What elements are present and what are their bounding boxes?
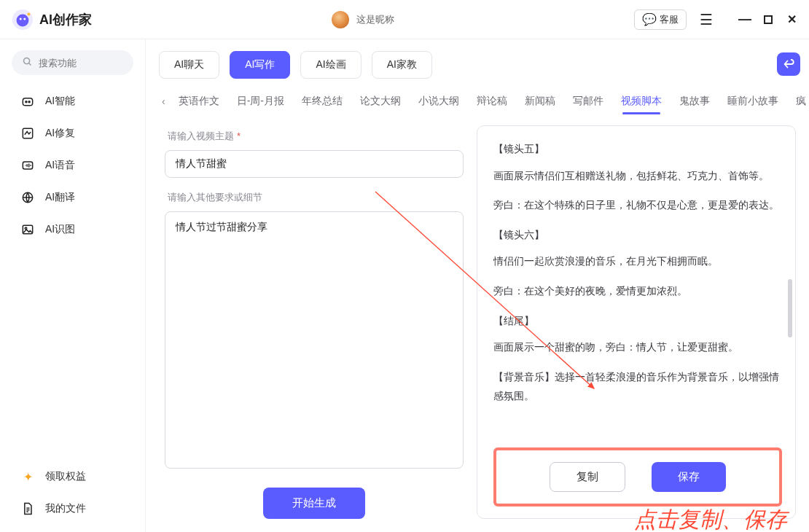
svg-rect-10 <box>23 128 32 138</box>
subcat-reports[interactable]: 日-周-月报 <box>228 89 293 114</box>
translate-icon <box>20 190 35 205</box>
repair-icon <box>20 126 35 141</box>
nickname-label: 这是昵称 <box>356 13 394 26</box>
sidebar-item-ai-voice[interactable]: AI语音 <box>7 149 138 181</box>
sidebar-item-ai-repair[interactable]: AI修复 <box>7 117 138 149</box>
close-button[interactable] <box>786 14 797 26</box>
avatar[interactable] <box>332 11 349 28</box>
subcat-year-summary[interactable]: 年终总结 <box>293 89 351 114</box>
annotation-label: 点击复制、保存 <box>634 505 787 532</box>
maximize-button[interactable] <box>764 15 773 24</box>
logo-icon <box>12 9 34 31</box>
svg-point-3 <box>23 17 26 20</box>
back-button[interactable] <box>777 52 800 76</box>
chevron-left-icon[interactable]: ‹ <box>157 95 170 107</box>
menu-icon[interactable]: ☰ <box>695 11 717 28</box>
main: AI聊天 AI写作 AI绘画 AI家教 ‹ 英语作文 日-周-月报 年终总结 论… <box>146 39 809 532</box>
support-label: 客服 <box>660 13 679 26</box>
svg-line-6 <box>29 63 31 66</box>
generate-button[interactable]: 开始生成 <box>263 488 365 519</box>
sidebar: AI智能 AI修复 AI语音 AI翻译 AI识图 <box>0 39 146 532</box>
save-button[interactable]: 保存 <box>652 462 726 492</box>
scrollbar-thumb[interactable] <box>788 279 792 337</box>
subcat-thesis[interactable]: 论文大纲 <box>351 89 410 114</box>
app-title: AI创作家 <box>39 11 92 28</box>
sidebar-item-label: 我的文件 <box>45 502 86 515</box>
sidebar-item-label: AI智能 <box>45 95 75 108</box>
sidebar-item-label: 领取权益 <box>45 470 86 483</box>
sidebar-item-label: AI翻译 <box>45 191 75 204</box>
svg-point-9 <box>28 101 30 103</box>
tab-ai-tutor[interactable]: AI家教 <box>372 51 432 79</box>
voice-icon <box>20 158 35 173</box>
subcat-ghost[interactable]: 鬼故事 <box>671 89 719 114</box>
action-buttons-frame: 复制 保存 <box>493 447 782 506</box>
minimize-button[interactable]: — <box>739 14 751 26</box>
output-text: 【镜头五】画面展示情侣们互相赠送礼物，包括鲜花、巧克力、首饰等。 旁白：在这个特… <box>493 139 782 440</box>
app-logo: AI创作家 <box>12 9 92 31</box>
search-icon <box>22 56 33 69</box>
sidebar-item-ai-image[interactable]: AI识图 <box>7 214 138 246</box>
sidebar-item-vip[interactable]: ✦ 领取权益 <box>7 461 138 493</box>
input-panel: 请输入视频主题* 请输入其他要求或细节 开始生成 <box>165 125 464 519</box>
chat-icon: 💬 <box>642 14 657 26</box>
sidebar-item-files[interactable]: 我的文件 <box>7 493 138 525</box>
vip-icon: ✦ <box>20 469 35 484</box>
svg-point-5 <box>24 58 30 64</box>
subcat-email[interactable]: 写邮件 <box>564 89 612 114</box>
detail-textarea[interactable] <box>165 211 464 469</box>
topic-input[interactable] <box>165 150 464 178</box>
topic-label: 请输入视频主题* <box>168 130 464 143</box>
detail-label: 请输入其他要求或细节 <box>168 191 464 204</box>
titlebar: AI创作家 这是昵称 💬 客服 ☰ — <box>0 0 809 39</box>
svg-rect-13 <box>23 225 32 234</box>
sidebar-item-label: AI修复 <box>45 127 75 140</box>
subcat-english[interactable]: 英语作文 <box>170 89 228 114</box>
subcategory-bar: ‹ 英语作文 日-周-月报 年终总结 论文大纲 小说大纲 辩论稿 新闻稿 写邮件… <box>146 85 809 114</box>
sidebar-item-label: AI识图 <box>45 223 75 236</box>
output-panel: 【镜头五】画面展示情侣们互相赠送礼物，包括鲜花、巧克力、首饰等。 旁白：在这个特… <box>477 125 796 519</box>
search-input[interactable] <box>39 58 123 69</box>
search-box[interactable] <box>12 50 133 75</box>
svg-point-4 <box>27 12 30 15</box>
subcat-more[interactable]: 疯 <box>787 89 809 114</box>
robot-icon <box>20 94 35 109</box>
subcat-novel[interactable]: 小说大纲 <box>410 89 468 114</box>
tab-ai-chat[interactable]: AI聊天 <box>159 51 219 79</box>
copy-button[interactable]: 复制 <box>550 462 625 492</box>
subcat-bedtime[interactable]: 睡前小故事 <box>719 89 787 114</box>
image-icon <box>20 222 35 237</box>
svg-point-8 <box>26 101 27 103</box>
subcat-debate[interactable]: 辩论稿 <box>468 89 516 114</box>
sidebar-item-label: AI语音 <box>45 159 75 172</box>
subcat-video-script[interactable]: 视频脚本 <box>612 89 671 114</box>
mode-tabs: AI聊天 AI写作 AI绘画 AI家教 <box>146 39 809 85</box>
svg-rect-7 <box>23 98 32 106</box>
sidebar-item-ai-translate[interactable]: AI翻译 <box>7 181 138 214</box>
tab-ai-write[interactable]: AI写作 <box>230 51 290 79</box>
file-icon <box>20 501 35 516</box>
tab-ai-paint[interactable]: AI绘画 <box>300 51 361 79</box>
sidebar-item-ai-intel[interactable]: AI智能 <box>7 85 138 117</box>
subcat-news[interactable]: 新闻稿 <box>516 89 564 114</box>
svg-point-2 <box>20 17 22 20</box>
svg-point-1 <box>17 14 29 26</box>
support-button[interactable]: 💬 客服 <box>634 9 687 30</box>
